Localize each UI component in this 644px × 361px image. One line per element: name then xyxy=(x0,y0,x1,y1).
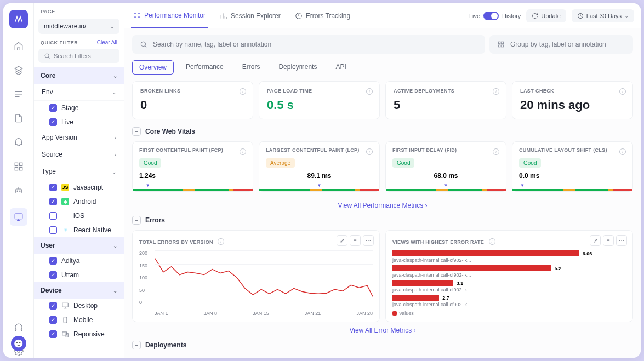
bot-icon[interactable] xyxy=(12,184,25,197)
tab-performance-monitor[interactable]: Performance Monitor xyxy=(131,3,208,28)
subtab-errors[interactable]: Errors xyxy=(236,60,267,75)
filter-icon[interactable]: ≡ xyxy=(603,235,614,246)
tab-errors-tracking[interactable]: Errors Tracking xyxy=(293,3,352,28)
subtab-overview[interactable]: Overview xyxy=(132,60,174,75)
subtab-api[interactable]: API xyxy=(329,60,352,75)
info-icon[interactable] xyxy=(366,88,373,95)
filter-icon[interactable]: ≡ xyxy=(350,235,361,246)
info-icon[interactable] xyxy=(489,238,495,245)
status-badge: Good xyxy=(139,158,161,168)
live-history-toggle[interactable]: Live History xyxy=(469,12,521,20)
card-total-errors: TOTAL ERRORS BY VERSION ⤢ ≡ ⋯ 2001501005… xyxy=(132,230,380,322)
group-app-version[interactable]: App Version› xyxy=(34,129,124,146)
page-selector[interactable]: middleware.io/ ⌄ xyxy=(38,19,119,34)
stack-icon[interactable] xyxy=(12,64,25,77)
user-aditya[interactable]: Aditya xyxy=(34,254,124,268)
section-deployments: Deployments xyxy=(145,341,186,349)
view-all-errors-link[interactable]: View All Error Metrics › xyxy=(132,322,633,339)
info-icon[interactable] xyxy=(366,148,373,155)
group-icon xyxy=(497,41,505,48)
env-stage[interactable]: Stage xyxy=(34,101,124,115)
chevron-down-icon: ⌄ xyxy=(110,24,114,30)
type-android[interactable]: ◆Android xyxy=(34,194,124,209)
svg-point-17 xyxy=(138,16,139,18)
android-icon: ◆ xyxy=(61,198,69,205)
svg-rect-24 xyxy=(501,45,504,47)
info-icon[interactable] xyxy=(240,88,246,95)
expand-icon[interactable]: ⤢ xyxy=(337,235,347,246)
search-filters-input[interactable]: Search Filters xyxy=(38,49,119,63)
file-icon[interactable] xyxy=(12,112,25,125)
device-responsive[interactable]: Reponsive xyxy=(34,327,124,341)
expand-icon[interactable]: ⤢ xyxy=(590,235,601,246)
app-logo[interactable] xyxy=(9,10,28,28)
bell-icon[interactable] xyxy=(12,136,25,149)
clear-all-link[interactable]: Clear All xyxy=(97,39,117,45)
update-button[interactable]: Update xyxy=(526,9,566,22)
svg-rect-22 xyxy=(501,42,504,44)
view-all-perf-link[interactable]: View All Performance Metrics › xyxy=(132,197,633,214)
monitor-icon[interactable] xyxy=(10,208,27,226)
stat-broken-links: BROKEN LINKS 0 xyxy=(132,81,253,119)
collapse-button[interactable]: − xyxy=(132,127,141,136)
vital-lcp: LARGEST CONTENTFUL PAINT (LCP) Average 8… xyxy=(259,141,380,192)
svg-point-14 xyxy=(134,13,135,14)
date-range-button[interactable]: Last 30 Days ⌄ xyxy=(572,9,634,22)
react-icon: ⚛ xyxy=(61,226,69,234)
legend: Values xyxy=(392,311,626,316)
home-icon[interactable] xyxy=(12,39,25,53)
group-type[interactable]: Type⌄ xyxy=(34,163,124,180)
user-uttam[interactable]: Uttam xyxy=(34,268,124,282)
device-desktop[interactable]: Desktop xyxy=(34,299,124,313)
status-badge: Average xyxy=(266,158,295,168)
group-core[interactable]: Core⌄ xyxy=(34,67,124,84)
group-device[interactable]: Device⌄ xyxy=(34,282,124,299)
info-icon[interactable] xyxy=(240,148,246,155)
group-env[interactable]: Env⌄ xyxy=(34,84,124,101)
info-icon[interactable] xyxy=(493,148,499,155)
toggle-switch xyxy=(483,12,499,20)
vital-fid: FIRST INPUT DELAY (FID) Good 68.0 ms ▼ xyxy=(385,141,506,192)
svg-rect-7 xyxy=(15,214,22,219)
search-input[interactable]: Search by name, tag, label or annotation xyxy=(132,35,485,54)
svg-rect-3 xyxy=(19,168,22,170)
svg-point-5 xyxy=(17,191,18,192)
info-icon[interactable] xyxy=(619,148,626,155)
grid-icon[interactable] xyxy=(12,160,25,173)
subtab-deployments[interactable]: Deployments xyxy=(272,60,323,75)
more-icon[interactable]: ⋯ xyxy=(363,235,374,246)
subtab-performance[interactable]: Performance xyxy=(179,60,230,75)
group-source[interactable]: Source› xyxy=(34,146,124,163)
checkbox-icon xyxy=(49,104,57,112)
env-live[interactable]: Live xyxy=(34,115,124,129)
tab-session-explorer[interactable]: Session Explorer xyxy=(218,3,283,28)
search-icon xyxy=(140,41,147,48)
assistant-avatar[interactable] xyxy=(11,336,26,351)
more-icon[interactable]: ⋯ xyxy=(616,235,627,246)
svg-point-9 xyxy=(45,54,49,58)
type-ios[interactable]: iOS xyxy=(34,209,124,223)
svg-rect-10 xyxy=(62,303,69,307)
bar-row: 6.06java-claspath-internal call-cf902-lk… xyxy=(392,250,626,263)
quick-filter-label: QUICK FILTER xyxy=(41,40,78,45)
list-icon[interactable] xyxy=(12,88,25,101)
device-mobile[interactable]: Mobile xyxy=(34,313,124,327)
headphones-icon[interactable] xyxy=(12,320,25,334)
svg-rect-1 xyxy=(19,163,22,165)
svg-rect-23 xyxy=(498,45,500,47)
group-by-input[interactable]: Group by tag, label or annotation xyxy=(489,35,633,54)
bar-row: 3.1java-claspath-internal call-cf902-lk.… xyxy=(392,280,626,293)
info-icon[interactable] xyxy=(619,88,626,95)
bar-row: 2.7java-claspath-internal call-cf902-lk.… xyxy=(392,295,626,307)
info-icon[interactable] xyxy=(493,88,499,95)
group-user[interactable]: User⌄ xyxy=(34,237,124,254)
info-icon[interactable] xyxy=(218,238,224,245)
svg-rect-2 xyxy=(15,168,18,170)
collapse-button[interactable]: − xyxy=(132,341,141,349)
status-badge: Good xyxy=(392,158,414,168)
type-javascript[interactable]: JSJavascript xyxy=(34,180,124,194)
type-react-native[interactable]: ⚛React Native xyxy=(34,223,124,237)
collapse-button[interactable]: − xyxy=(132,216,141,225)
svg-point-6 xyxy=(19,191,20,192)
svg-rect-0 xyxy=(15,163,18,165)
